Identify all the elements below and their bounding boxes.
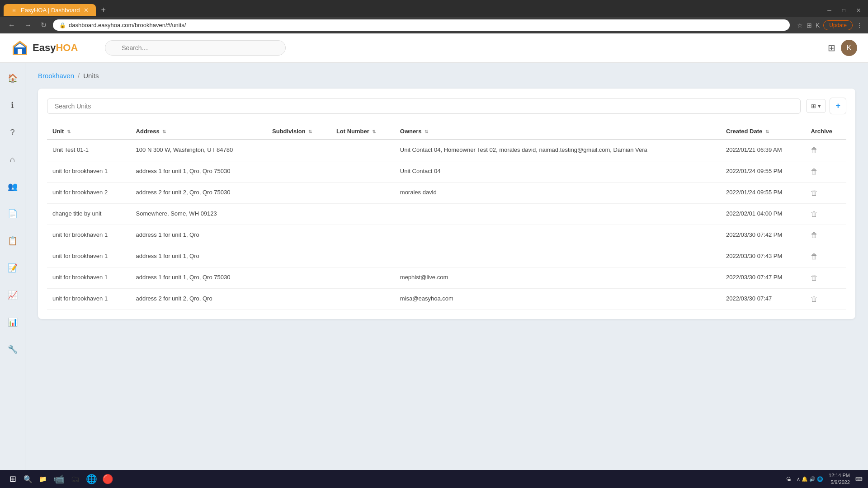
subdivision-sort-icon[interactable]: ⇅ — [308, 129, 312, 134]
browser-tab-bar: H EasyHOA | Dashboard ✕ + ─ □ ✕ — [0, 0, 868, 17]
sidebar-item-people[interactable]: 👥 — [5, 178, 21, 195]
created-date-sort-icon[interactable]: ⇅ — [765, 129, 769, 134]
extensions-icon[interactable]: ⊞ — [807, 22, 812, 29]
window-controls: ─ □ ✕ — [824, 6, 864, 14]
update-button[interactable]: Update — [823, 20, 853, 30]
breadcrumb-separator: / — [78, 72, 80, 80]
address-sort-icon[interactable]: ⇅ — [162, 129, 166, 134]
sidebar-item-house[interactable]: ⌂ — [5, 151, 21, 168]
taskbar-app2-icon[interactable]: 🗂 — [69, 473, 81, 485]
content-area: 🏠 ℹ ? ⌂ 👥 📄 📋 📝 📈 📊 🔧 Brookhaven / Units — [0, 63, 868, 488]
delete-button-7[interactable]: 🗑 — [811, 295, 818, 303]
cell-archive-0: 🗑 — [805, 140, 846, 161]
tab-close-button[interactable]: ✕ — [84, 7, 89, 14]
unit-sort-icon[interactable]: ⇅ — [67, 129, 71, 134]
taskbar: ⊞ 🔍 📁 📹 🗂 🌐 🔴 🌤 ∧ 🔔 🔊 🌐 12:14 PM 5/9/202… — [0, 470, 868, 488]
delete-button-0[interactable]: 🗑 — [811, 146, 818, 154]
start-button[interactable]: ⊞ — [5, 472, 20, 486]
view-toggle-button[interactable]: ⊞ ▾ — [806, 99, 826, 113]
taskbar-search-icon[interactable]: 🔍 — [24, 475, 33, 483]
logo-text: EasyHOA — [33, 42, 78, 54]
forward-button[interactable]: → — [22, 20, 34, 30]
maximize-button[interactable]: □ — [839, 6, 849, 14]
taskbar-right: 🌤 ∧ 🔔 🔊 🌐 12:14 PM 5/9/2022 ⌨ — [786, 472, 863, 486]
menu-icon[interactable]: ⋮ — [856, 22, 863, 29]
logo-hoa: HOA — [56, 42, 78, 53]
cell-subdivision-1 — [267, 161, 331, 183]
col-owners: Owners ⇅ — [395, 123, 721, 140]
cell-lot-number-4 — [331, 225, 395, 246]
cell-owners-7: misa@easyhoa.com — [395, 289, 721, 310]
cell-address-2: address 2 for unit 2, Qro, Qro 75030 — [131, 183, 267, 204]
delete-button-1[interactable]: 🗑 — [811, 168, 818, 175]
logo-icon — [11, 39, 29, 57]
owners-sort-icon[interactable]: ⇅ — [425, 129, 428, 134]
sidebar-item-doc3[interactable]: 📝 — [5, 260, 21, 276]
new-tab-button[interactable]: + — [98, 4, 110, 17]
cell-address-1: address 1 for unit 1, Qro, Qro 75030 — [131, 161, 267, 183]
cell-owners-5 — [395, 246, 721, 267]
cell-created-date-0: 2022/01/21 06:39 AM — [721, 140, 805, 161]
avatar-initial: K — [847, 44, 852, 52]
units-toolbar: ⊞ ▾ + — [47, 98, 846, 114]
profile-icon[interactable]: K — [816, 22, 820, 29]
table-row: unit for brookhaven 1 address 2 for unit… — [47, 289, 846, 310]
back-button[interactable]: ← — [5, 20, 18, 30]
global-search-input[interactable] — [105, 40, 286, 56]
taskbar-chrome-icon[interactable]: 🌐 — [85, 473, 98, 485]
sidebar-item-analytics[interactable]: 📊 — [5, 314, 21, 330]
delete-button-2[interactable]: 🗑 — [811, 189, 818, 197]
units-search-input[interactable] — [47, 99, 801, 114]
cell-created-date-2: 2022/01/24 09:55 PM — [721, 183, 805, 204]
cell-archive-4: 🗑 — [805, 225, 846, 246]
delete-button-5[interactable]: 🗑 — [811, 253, 818, 260]
lot-number-sort-icon[interactable]: ⇅ — [372, 129, 376, 134]
close-button[interactable]: ✕ — [853, 6, 864, 14]
taskbar-browser-icon[interactable]: 🔴 — [101, 473, 114, 485]
refresh-button[interactable]: ↻ — [38, 20, 49, 30]
url-bar[interactable]: 🔒 dashboard.easyhoa.com/brookhaven/#/uni… — [53, 19, 790, 31]
breadcrumb: Brookhaven / Units — [38, 72, 855, 80]
table-row: change title by unit Somewhere, Some, WH… — [47, 204, 846, 225]
sidebar-item-settings[interactable]: 🔧 — [5, 341, 21, 357]
cell-owners-2: morales david — [395, 183, 721, 204]
sidebar-item-home[interactable]: 🏠 — [5, 70, 21, 86]
sidebar-item-help[interactable]: ? — [5, 124, 21, 141]
taskbar-time-display: 12:14 PM — [829, 472, 850, 479]
delete-button-6[interactable]: 🗑 — [811, 274, 818, 282]
delete-button-4[interactable]: 🗑 — [811, 231, 818, 239]
sidebar-item-info[interactable]: ℹ — [5, 97, 21, 113]
cell-archive-3: 🗑 — [805, 204, 846, 225]
cell-subdivision-3 — [267, 204, 331, 225]
cell-subdivision-2 — [267, 183, 331, 204]
breadcrumb-current: Units — [83, 72, 99, 80]
cell-subdivision-6 — [267, 267, 331, 289]
tab-favicon: H — [11, 7, 17, 14]
sidebar-item-doc1[interactable]: 📄 — [5, 206, 21, 222]
table-row: unit for brookhaven 1 address 1 for unit… — [47, 267, 846, 289]
taskbar-notification-icon[interactable]: ⌨ — [855, 476, 863, 482]
sidebar-item-chart[interactable]: 📈 — [5, 287, 21, 303]
cell-archive-6: 🗑 — [805, 267, 846, 289]
search-wrapper: 🔍 — [105, 40, 286, 56]
delete-button-3[interactable]: 🗑 — [811, 210, 818, 218]
toolbar-right: ⊞ ▾ + — [806, 98, 846, 114]
cell-archive-1: 🗑 — [805, 161, 846, 183]
cell-address-3: Somewhere, Some, WH 09123 — [131, 204, 267, 225]
cell-unit-4: unit for brookhaven 1 — [47, 225, 131, 246]
active-tab[interactable]: H EasyHOA | Dashboard ✕ — [4, 4, 96, 16]
taskbar-app1-icon[interactable]: 📹 — [52, 473, 65, 485]
taskbar-files-icon[interactable]: 📁 — [36, 473, 49, 485]
sidebar-item-doc2[interactable]: 📋 — [5, 233, 21, 249]
breadcrumb-community-link[interactable]: Brookhaven — [38, 72, 74, 80]
avatar[interactable]: K — [841, 40, 857, 56]
grid-icon[interactable]: ⊞ — [828, 42, 835, 53]
add-unit-button[interactable]: + — [830, 98, 846, 114]
minimize-button[interactable]: ─ — [824, 6, 835, 14]
bookmark-icon[interactable]: ☆ — [797, 22, 803, 29]
col-created-date: Created Date ⇅ — [721, 123, 805, 140]
cell-owners-6: mephist@live.com — [395, 267, 721, 289]
sidebar: 🏠 ℹ ? ⌂ 👥 📄 📋 📝 📈 📊 🔧 — [0, 63, 25, 488]
units-table: Unit ⇅ Address ⇅ Subdivision ⇅ — [47, 123, 846, 310]
table-row: unit for brookhaven 2 address 2 for unit… — [47, 183, 846, 204]
